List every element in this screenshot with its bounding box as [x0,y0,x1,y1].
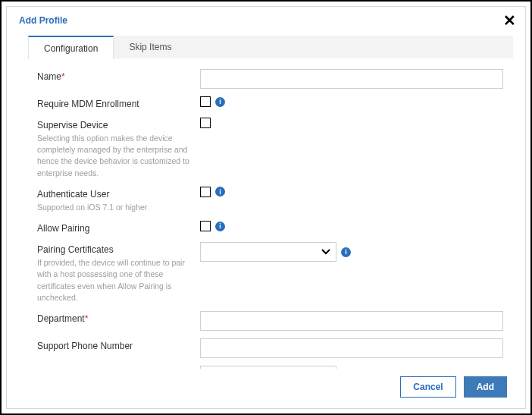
assign-select[interactable]: None [200,366,336,369]
add-button[interactable]: Add [464,376,507,398]
tab-label: Configuration [44,43,98,54]
support-phone-input[interactable] [200,338,503,358]
supervise-checkbox[interactable] [200,118,211,128]
row-department: Department* [37,311,513,331]
row-require-mdm: Require MDM Enrollment i [37,96,513,110]
row-name: Name* [37,69,513,89]
require-mdm-checkbox[interactable] [200,96,211,107]
row-allow-pairing: Allow Pairing i [37,221,513,234]
info-icon[interactable]: i [341,247,351,257]
supervise-help: Selecting this option makes the device c… [37,133,191,179]
configuration-form: Name* Require MDM Enrollment i Supervise… [7,58,525,369]
row-supervise: Supervise Device Selecting this option m… [37,118,513,179]
department-label: Department* [37,313,88,324]
dialog-title: Add Profile [19,15,67,26]
row-pairing-certs: Pairing Certificates If provided, the de… [37,242,513,303]
supervise-label: Supervise Device [37,120,108,130]
tab-bar: Configuration Skip Items [28,36,513,58]
row-support-phone: Support Phone Number [37,338,513,358]
info-icon[interactable]: i [215,222,225,231]
pairing-certs-label: Pairing Certificates [37,244,114,255]
required-marker: * [61,71,65,82]
add-profile-dialog: Add Profile ✕ Configuration Skip Items N… [6,6,526,409]
require-mdm-label: Require MDM Enrollment [37,99,139,109]
tab-configuration[interactable]: Configuration [28,36,114,59]
tab-skip-items[interactable]: Skip Items [114,36,186,58]
support-phone-label: Support Phone Number [37,341,133,351]
auth-user-checkbox[interactable] [200,187,211,197]
allow-pairing-checkbox[interactable] [200,221,211,231]
name-label: Name* [37,71,65,82]
pairing-certs-help: If provided, the device will continue to… [37,257,191,303]
info-icon[interactable]: i [215,97,225,107]
info-icon[interactable]: i [215,187,225,196]
auth-user-help: Supported on iOS 7.1 or higher [37,202,191,213]
allow-pairing-label: Allow Pairing [37,223,89,234]
required-marker: * [85,313,89,324]
auth-user-label: Authenticate User [37,189,109,200]
dialog-footer: Cancel Add [7,369,525,408]
row-auth-user: Authenticate User Supported on iOS 7.1 o… [37,187,513,213]
pairing-certs-select[interactable] [200,242,336,262]
dialog-titlebar: Add Profile ✕ [7,7,525,33]
cancel-button[interactable]: Cancel [400,376,455,398]
name-input[interactable] [200,69,503,89]
department-input[interactable] [200,311,503,331]
close-icon[interactable]: ✕ [503,13,516,28]
tab-label: Skip Items [129,42,171,52]
